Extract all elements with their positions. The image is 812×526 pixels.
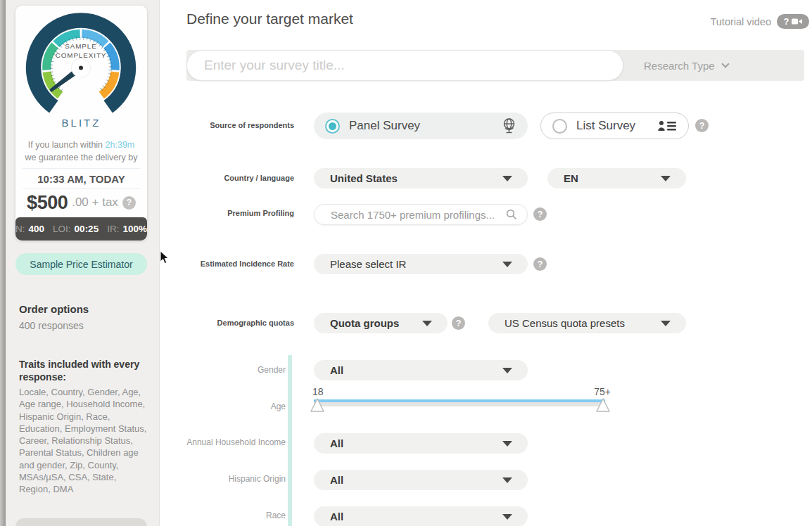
n-value: 400 [29, 224, 45, 234]
dropdown-arrow-icon [502, 176, 512, 181]
country-language-label: Country / language [160, 174, 294, 182]
traits-list: Locale, Country, Gender, Age, Age range,… [19, 386, 147, 496]
quota-groups-dropdown[interactable]: Quota groups [314, 313, 448, 333]
survey-title-band: Research Type [186, 50, 804, 81]
question-icon: ? [784, 16, 789, 27]
delivery-note: If you launch within 2h:39m we guarantee… [15, 139, 147, 164]
globe-icon [502, 117, 516, 134]
language-value: EN [564, 172, 578, 184]
price-amount: $500 [27, 192, 68, 214]
radio-selected-icon[interactable] [325, 119, 340, 134]
gender-dropdown[interactable]: All [314, 360, 528, 380]
chevron-down-icon [721, 60, 729, 68]
age-slider-handle-max[interactable] [595, 397, 611, 413]
demographics-group-bar [288, 355, 292, 526]
dropdown-arrow-icon [502, 368, 512, 373]
dropdown-arrow-icon [661, 321, 671, 326]
demographic-quotas-label: Demographic quotas [160, 319, 294, 327]
premium-profiling-search[interactable] [314, 204, 528, 225]
dropdown-arrow-icon [661, 176, 671, 181]
delivery-time: 10:33 AM, TODAY [15, 173, 147, 185]
research-type-label: Research Type [644, 60, 715, 72]
race-value: All [330, 511, 343, 522]
order-options-heading: Order options [19, 303, 89, 315]
panel-survey-label: Panel Survey [349, 119, 420, 133]
premium-profiling-label: Premium Profiling [160, 209, 294, 217]
contact-list-icon [658, 120, 677, 132]
panel-survey-option[interactable]: Panel Survey [314, 113, 528, 139]
dropdown-arrow-icon [502, 262, 512, 267]
video-camera-icon [792, 18, 802, 25]
dropdown-arrow-icon [502, 477, 512, 483]
n-label: N: [15, 224, 25, 234]
incidence-rate-label: Estimated Incidence Rate [160, 259, 294, 268]
premium-help-icon[interactable]: ? [533, 207, 547, 221]
hispanic-origin-label: Hispanic Origin [160, 474, 286, 484]
premium-profiling-search-input[interactable] [331, 209, 506, 221]
household-income-label: Annual Household Income [160, 437, 286, 447]
list-survey-label: List Survey [576, 119, 635, 133]
age-max-value: 75+ [588, 386, 611, 397]
household-income-dropdown[interactable]: All [314, 433, 528, 454]
main-panel: Define your target market Tutorial video… [160, 0, 812, 526]
tutorial-video-label: Tutorial video [710, 16, 771, 27]
race-label: Race [160, 511, 286, 520]
loi-label: LOI: [53, 224, 71, 234]
sample-stats-bar: N: 400 LOI: 00:25 IR: 100% [15, 217, 147, 240]
dropdown-arrow-icon [422, 321, 432, 326]
quota-presets-value: US Census quota presets [505, 317, 625, 329]
sample-price-estimator-button[interactable]: Sample Price Estimator [15, 253, 147, 275]
hispanic-origin-value: All [330, 474, 343, 486]
dropdown-arrow-icon [502, 441, 512, 447]
traits-heading: Traits included with every response: [19, 359, 146, 383]
source-of-respondents-label: Source of respondents [160, 121, 294, 129]
household-income-value: All [330, 437, 343, 449]
sidebar: SAMPLE COMPLEXITY BLITZ If you launch wi… [6, 0, 160, 526]
country-dropdown[interactable]: United States [314, 168, 528, 188]
country-value: United States [330, 172, 398, 184]
incidence-rate-dropdown[interactable]: Please select IR [314, 254, 528, 274]
sample-complexity-gauge: SAMPLE COMPLEXITY [18, 7, 144, 117]
age-min-value: 18 [312, 386, 324, 397]
incidence-rate-value: Please select IR [330, 258, 406, 270]
gauge-level-label: BLITZ [15, 117, 147, 129]
language-dropdown[interactable]: EN [547, 168, 686, 188]
quota-presets-dropdown[interactable]: US Census quota presets [488, 313, 686, 333]
age-range-slider[interactable] [314, 399, 605, 406]
loi-value: 00:25 [75, 224, 99, 234]
divider [23, 188, 140, 189]
window-edge-strip [0, 0, 6, 526]
research-type-dropdown[interactable]: Research Type [644, 50, 728, 81]
gender-value: All [330, 364, 343, 376]
sidebar-bottom-button-partial[interactable] [15, 518, 147, 526]
price-row: $500 .00 + tax ? [15, 190, 147, 215]
order-responses: 400 responses [19, 320, 84, 331]
age-slider-handle-min[interactable] [310, 397, 325, 413]
quota-groups-value: Quota groups [330, 317, 399, 329]
search-icon [506, 209, 517, 220]
list-survey-option[interactable]: List Survey [540, 113, 689, 139]
price-help-icon[interactable]: ? [122, 196, 136, 210]
page-title: Define your target market [186, 11, 353, 27]
radio-unselected-icon[interactable] [552, 119, 567, 134]
quotas-help-icon[interactable]: ? [452, 316, 465, 330]
tutorial-video-badge[interactable]: ? [777, 14, 809, 29]
source-help-icon[interactable]: ? [695, 119, 709, 132]
hispanic-origin-dropdown[interactable]: All [314, 470, 528, 490]
race-dropdown[interactable]: All [314, 506, 528, 526]
survey-title-input[interactable] [186, 50, 623, 81]
launch-time-left: 2h:39m [106, 140, 135, 150]
price-summary-card: SAMPLE COMPLEXITY BLITZ If you launch wi… [15, 6, 147, 240]
ir-value: 100% [122, 224, 147, 234]
dropdown-arrow-icon [502, 514, 512, 520]
gauge-title-line1: SAMPLE [65, 42, 97, 50]
incidence-help-icon[interactable]: ? [533, 257, 547, 271]
price-tax-note: .00 + tax [72, 195, 118, 210]
age-label: Age [160, 402, 286, 411]
ir-label: IR: [107, 224, 119, 234]
tutorial-video-link[interactable]: Tutorial video ? [710, 14, 809, 29]
gender-label: Gender [160, 365, 286, 375]
divider [23, 168, 140, 169]
